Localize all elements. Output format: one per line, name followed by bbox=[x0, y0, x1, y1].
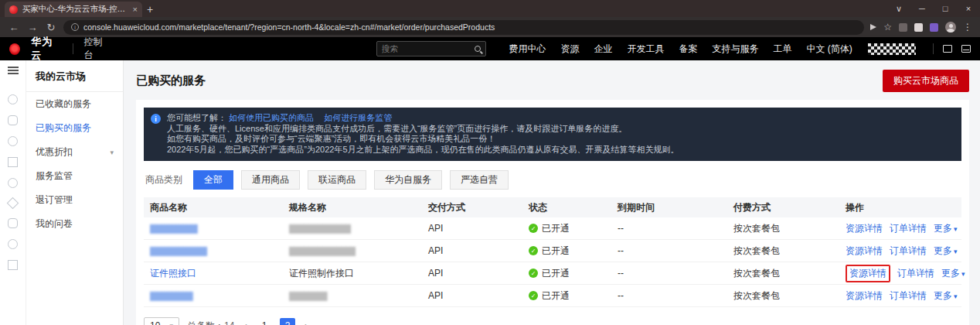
nav-item-enterprise[interactable]: 企业 bbox=[594, 43, 613, 56]
extension-icon[interactable] bbox=[899, 23, 907, 32]
product-name-link[interactable]: █████████ bbox=[150, 292, 192, 300]
resource-details-link[interactable]: 资源详情 bbox=[846, 245, 883, 258]
more-link[interactable]: 更多▾ bbox=[934, 289, 958, 303]
huawei-logo-icon[interactable] bbox=[9, 43, 20, 55]
order-details-link[interactable]: 订单详情 bbox=[890, 289, 927, 303]
nav-item-devtools[interactable]: 开发工具 bbox=[628, 43, 665, 56]
notice-line-2: 人工服务、硬件、License和应用编排类商品支付成功后，需要进入“服务监管”页… bbox=[167, 124, 952, 135]
browser-tab[interactable]: 买家中心-华为云云市场-控制台 × bbox=[5, 2, 142, 17]
hamburger-menu-icon[interactable] bbox=[8, 67, 19, 74]
main-content: 已购买的服务 购买云市场商品 i 您可能想了解： 如何使用已购买的商品 如何进行… bbox=[124, 60, 980, 325]
sidebar-item-discounts[interactable]: 优惠折扣▾ bbox=[26, 140, 123, 164]
console-header: 华为云 控制台 费用中心 资源 企业 开发工具 备案 支持与服务 工单 中文 (… bbox=[0, 37, 980, 60]
next-page-icon[interactable]: › bbox=[303, 320, 310, 325]
more-link[interactable]: 更多▾ bbox=[934, 245, 958, 258]
sidebar-item-purchased[interactable]: 已购买的服务 bbox=[26, 116, 123, 140]
service-shortcut-icon[interactable] bbox=[8, 136, 18, 146]
how-to-use-link[interactable]: 如何使用已购买的商品 bbox=[229, 113, 314, 122]
nav-item-ticket[interactable]: 工单 bbox=[774, 43, 792, 56]
window-menu-icon[interactable]: ∨ bbox=[887, 0, 910, 17]
order-details-link[interactable]: 订单详情 bbox=[897, 267, 934, 280]
page-size-select[interactable]: 10 ▾ bbox=[144, 317, 179, 325]
payment-mode: 按次套餐包 bbox=[727, 245, 839, 258]
sidebar-item-survey[interactable]: 我的问卷 bbox=[26, 212, 123, 236]
product-name-link[interactable]: ██████████ bbox=[150, 224, 197, 233]
status-text: 已开通 bbox=[542, 222, 570, 235]
product-name-link[interactable]: ████████████ bbox=[150, 247, 206, 255]
resource-details-link[interactable]: 资源详情 bbox=[849, 268, 886, 279]
minimize-icon[interactable]: ─ bbox=[910, 0, 934, 17]
tab-joint-operation[interactable]: 联运商品 bbox=[308, 170, 366, 190]
tab-huawei-self-service[interactable]: 华为自服务 bbox=[374, 170, 442, 190]
browser-menu-icon[interactable]: ⋮ bbox=[963, 22, 972, 32]
browser-profile-avatar[interactable] bbox=[945, 22, 956, 32]
service-shortcut-icon[interactable] bbox=[7, 197, 19, 210]
tab-strict-selection[interactable]: 严选自营 bbox=[450, 170, 509, 190]
chevron-down-icon: ▾ bbox=[961, 270, 965, 278]
refresh-icon[interactable]: ↻ bbox=[45, 22, 57, 33]
sidebar-item-unsubscribe[interactable]: 退订管理 bbox=[26, 188, 123, 212]
service-shortcut-icon[interactable] bbox=[8, 239, 18, 249]
window-close-icon[interactable]: × bbox=[957, 0, 980, 17]
sidebar-item-label: 退订管理 bbox=[36, 193, 73, 207]
more-link[interactable]: 更多▾ bbox=[941, 267, 965, 280]
nav-item-support[interactable]: 支持与服务 bbox=[713, 43, 759, 56]
back-icon[interactable]: ← bbox=[8, 22, 20, 33]
table-row: █████████ ████████ API ✓已开通 -- 按次套餐包 资源详… bbox=[144, 285, 961, 307]
extension-icon[interactable] bbox=[914, 23, 923, 32]
search-icon[interactable] bbox=[475, 46, 481, 52]
console-link[interactable]: 控制台 bbox=[84, 36, 111, 62]
search-input[interactable] bbox=[382, 44, 475, 53]
expiry-time: -- bbox=[611, 290, 727, 301]
order-details-link[interactable]: 订单详情 bbox=[890, 245, 927, 258]
page-1-button[interactable]: 1 bbox=[257, 318, 272, 325]
header-divider bbox=[933, 43, 934, 54]
url-field[interactable]: i console.huaweicloud.com/marketplace/te… bbox=[63, 20, 864, 35]
how-to-supervise-link[interactable]: 如何进行服务监管 bbox=[324, 113, 392, 122]
delivery-method: API bbox=[422, 268, 522, 279]
header-search-box[interactable] bbox=[376, 41, 486, 56]
buy-marketplace-product-button[interactable]: 购买云市场商品 bbox=[883, 70, 969, 92]
service-shortcut-icon[interactable] bbox=[8, 218, 18, 228]
title-row: 已购买的服务 购买云市场商品 bbox=[136, 70, 969, 92]
send-icon[interactable] bbox=[870, 24, 876, 30]
mail-icon[interactable] bbox=[961, 45, 971, 53]
prev-page-icon[interactable]: ‹ bbox=[242, 320, 249, 325]
bookmark-star-icon[interactable]: ☆ bbox=[883, 22, 892, 32]
sidebar-item-supervision[interactable]: 服务监管 bbox=[26, 164, 123, 188]
resource-details-link[interactable]: 资源详情 bbox=[846, 289, 883, 303]
nav-item-billing[interactable]: 费用中心 bbox=[509, 43, 546, 56]
page-body: 我的云市场 已收藏的服务 已购买的服务 优惠折扣▾ 服务监管 退订管理 我的问卷… bbox=[0, 60, 980, 325]
order-details-link[interactable]: 订单详情 bbox=[890, 222, 927, 235]
notice-prefix: 您可能想了解： bbox=[167, 113, 226, 122]
nav-item-language[interactable]: 中文 (简体) bbox=[807, 43, 852, 56]
service-shortcut-icon[interactable] bbox=[8, 94, 18, 104]
nav-item-resources[interactable]: 资源 bbox=[561, 43, 580, 56]
tab-all[interactable]: 全部 bbox=[193, 170, 233, 190]
service-shortcut-icon[interactable] bbox=[8, 260, 18, 270]
header-right-icons bbox=[933, 43, 971, 54]
account-name-redacted[interactable] bbox=[868, 43, 916, 55]
brand-text[interactable]: 华为云 bbox=[31, 35, 62, 63]
browser-tab-bar: 买家中心-华为云云市场-控制台 × + ∨ ─ □ × bbox=[0, 0, 980, 17]
resource-details-link[interactable]: 资源详情 bbox=[846, 222, 883, 235]
page-size-value: 10 bbox=[150, 320, 160, 325]
service-shortcut-icon[interactable] bbox=[8, 157, 18, 167]
forward-icon[interactable]: → bbox=[26, 22, 39, 33]
site-info-icon[interactable]: i bbox=[71, 23, 79, 31]
maximize-icon[interactable]: □ bbox=[934, 0, 957, 17]
tab-close-icon[interactable]: × bbox=[133, 5, 138, 14]
tab-general[interactable]: 通用商品 bbox=[241, 170, 300, 190]
table-row: ████████████ ██████████████ API ✓已开通 -- … bbox=[144, 240, 961, 262]
service-shortcut-icon[interactable] bbox=[8, 178, 18, 188]
more-link[interactable]: 更多▾ bbox=[934, 222, 958, 235]
console-layout-icon[interactable] bbox=[943, 45, 952, 53]
nav-item-icp[interactable]: 备案 bbox=[679, 43, 698, 56]
product-name-link[interactable]: 证件照接口 bbox=[150, 268, 196, 279]
new-tab-button[interactable]: + bbox=[142, 2, 158, 17]
status-open-icon: ✓ bbox=[529, 224, 538, 233]
sidebar-item-favorites[interactable]: 已收藏的服务 bbox=[26, 92, 123, 116]
service-shortcut-icon[interactable] bbox=[8, 115, 18, 125]
extension-icon[interactable] bbox=[930, 23, 938, 32]
page-2-button[interactable]: 2 bbox=[280, 318, 295, 325]
